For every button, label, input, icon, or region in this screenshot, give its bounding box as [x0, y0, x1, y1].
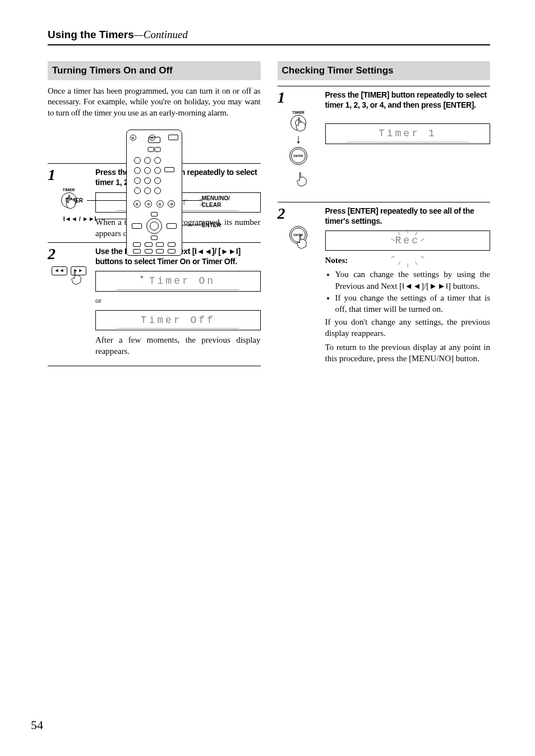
lcd-text: Timer 1 [347, 127, 469, 142]
or-text: or [95, 296, 261, 306]
section-heading-left: Turning Timers On and Off [48, 61, 261, 80]
step-number: 1 [48, 167, 90, 183]
lcd-display-on: ▼Timer On [95, 271, 261, 291]
page-title-continued: —Continued [134, 29, 188, 40]
lcd-display: Timer 1 [325, 123, 491, 144]
timer-label: TIMER [48, 187, 90, 192]
section-heading-right: Checking Timer Settings [278, 61, 491, 80]
left-step-2: 2 ◄◄►► Use the Previous and Next [I◄◄]/ … [48, 242, 261, 366]
right-step-2: 2 ENTER Press [ENTER] repeatedly to see … [278, 202, 491, 367]
remote-body [126, 130, 182, 256]
note-paragraph: To return to the previous display at any… [325, 342, 491, 364]
flashing-rec-icon: Rec [395, 234, 420, 247]
hand-icon [293, 117, 309, 132]
step-instruction: Press the [TIMER] button repeatedly to s… [325, 90, 491, 110]
arrow-down-icon: ↓ [278, 135, 320, 142]
step-number: 2 [48, 246, 90, 262]
list-item: If you change the settings of a timer th… [335, 293, 491, 315]
step-number: 1 [278, 90, 320, 105]
hand-icon [294, 172, 310, 187]
lcd-text: Timer On [149, 275, 215, 287]
hand-icon [69, 270, 85, 285]
page-number: 54 [31, 717, 43, 734]
timer-label: TIMER [278, 110, 320, 115]
right-step-1: 1 TIMER ↓ ENTER Press the [TIMER] button… [278, 86, 491, 202]
lcd-display-off: Timer Off [95, 310, 261, 330]
page-header: Using the Timers—Continued [48, 28, 490, 45]
lcd-display: Rec [325, 231, 491, 250]
step-instruction: Press [ENTER] repeatedly to see all of t… [325, 206, 491, 226]
callout-clear: CLEAR [202, 201, 221, 209]
step-description: After a few moments, the previous displa… [95, 335, 261, 357]
note-paragraph: If you don't change any settings, the pr… [325, 317, 491, 339]
content-columns: Turning Timers On and Off Once a timer h… [48, 61, 490, 367]
enter-button-icon: ENTER [289, 147, 307, 165]
left-column: Turning Timers On and Off Once a timer h… [48, 61, 261, 367]
page-title: Using the Timers [48, 29, 134, 40]
hand-icon [63, 194, 79, 210]
lcd-text: Timer Off [117, 314, 239, 329]
intro-paragraph: Once a timer has been programmed, you ca… [48, 86, 261, 119]
right-column: Checking Timer Settings 1 TIMER ↓ ENTER … [278, 61, 491, 367]
callout-enter: ENTER [202, 222, 221, 229]
notes-list: You can change the settings by using the… [325, 269, 491, 315]
step-number: 2 [278, 206, 320, 222]
list-item: You can change the settings by using the… [335, 269, 491, 292]
